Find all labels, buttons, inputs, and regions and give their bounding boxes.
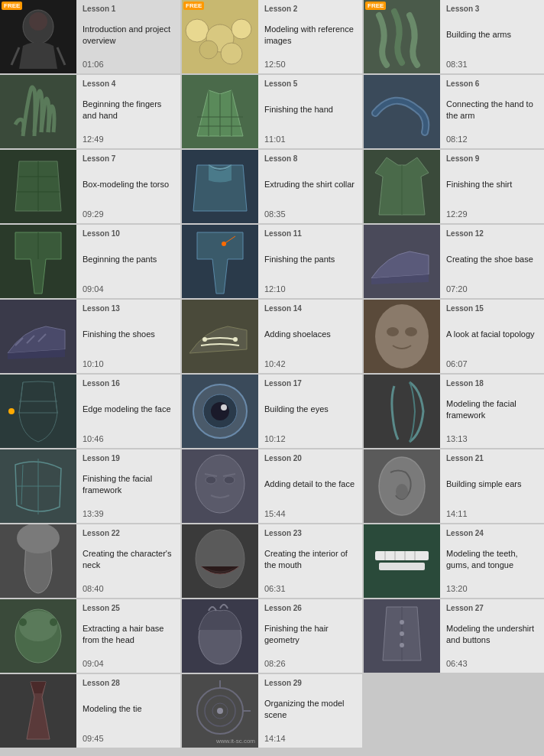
lesson-label-10: Lesson 10 [83, 229, 174, 238]
lesson-title-12: Creating the shoe base [446, 254, 538, 264]
lesson-card-17[interactable]: Lesson 17Building the eyes10:12 [182, 375, 362, 448]
svg-point-63 [396, 484, 408, 499]
lesson-info-23: Lesson 23Creating the interior of the mo… [258, 524, 362, 598]
lesson-card-2[interactable]: FREELesson 2Modeling with reference imag… [182, 0, 362, 73]
lesson-card-7[interactable]: Lesson 7Box-modeling the torso09:29 [0, 150, 180, 223]
lesson-card-6[interactable]: Lesson 6Connecting the hand to the arm08… [364, 75, 544, 148]
lesson-info-19: Lesson 19Finishing the facial framework1… [76, 449, 180, 523]
lesson-card-26[interactable]: Lesson 26Finishing the hair geometry08:2… [182, 599, 362, 673]
lesson-label-6: Lesson 6 [446, 79, 538, 88]
lesson-card-8[interactable]: Lesson 8Extruding the shirt collar08:35 [182, 150, 362, 223]
lesson-thumbnail-5 [182, 75, 258, 148]
lesson-card-3[interactable]: FREELesson 3Building the arms08:31 [364, 0, 544, 73]
lesson-label-25: Lesson 25 [83, 604, 174, 612]
lesson-card-12[interactable]: Lesson 12Creating the shoe base07:20 [364, 225, 544, 298]
lesson-card-16[interactable]: Lesson 16Edge modeling the face10:46 [0, 375, 180, 448]
lesson-duration-27: 06:43 [446, 659, 538, 668]
lesson-card-24[interactable]: Lesson 24Modeling the teeth, gums, and t… [364, 524, 544, 598]
lesson-card-27[interactable]: Lesson 27Modeling the undershirt and but… [364, 599, 544, 673]
lesson-label-9: Lesson 9 [446, 154, 538, 163]
svg-point-6 [186, 19, 209, 42]
lesson-info-11: Lesson 11Finishing the pants12:10 [258, 225, 362, 298]
lesson-title-2: Modeling with reference images [264, 24, 356, 46]
lesson-title-8: Extruding the shirt collar [264, 179, 356, 190]
lesson-duration-4: 12:49 [83, 135, 174, 144]
lesson-label-22: Lesson 22 [83, 529, 174, 537]
lesson-card-1[interactable]: FREELesson 1Introduction and project ove… [0, 0, 180, 73]
svg-point-47 [8, 408, 15, 414]
svg-point-85 [400, 631, 404, 636]
lesson-duration-1: 01:06 [83, 60, 174, 69]
lesson-title-14: Adding shoelaces [264, 329, 356, 339]
lesson-card-20[interactable]: Lesson 20Adding detail to the face15:44 [182, 449, 362, 523]
lesson-label-4: Lesson 4 [83, 79, 174, 88]
lesson-info-9: Lesson 9Finishing the shirt12:29 [440, 150, 544, 223]
lesson-thumbnail-24 [364, 524, 440, 598]
lesson-thumbnail-19 [0, 449, 76, 523]
lesson-duration-10: 09:04 [83, 284, 174, 294]
lesson-duration-14: 10:42 [264, 359, 356, 368]
lesson-label-20: Lesson 20 [264, 454, 356, 462]
lesson-card-11[interactable]: Lesson 11Finishing the pants12:10 [182, 225, 362, 298]
lesson-card-14[interactable]: Lesson 14Adding shoelaces10:42 [182, 300, 362, 373]
lesson-thumbnail-15 [364, 300, 440, 373]
lesson-info-21: Lesson 21Building simple ears14:11 [440, 449, 544, 523]
svg-point-8 [232, 19, 251, 39]
lesson-info-28: Lesson 28Modeling the tie09:45 [76, 674, 180, 748]
lesson-card-15[interactable]: Lesson 15A look at facial topology06:07 [364, 300, 544, 373]
lesson-duration-5: 11:01 [264, 135, 356, 144]
lesson-thumbnail-12 [364, 225, 440, 298]
lesson-card-10[interactable]: Lesson 10Beginning the pants09:04 [0, 225, 180, 298]
lesson-info-8: Lesson 8Extruding the shirt collar08:35 [258, 150, 362, 223]
svg-point-78 [19, 618, 27, 626]
lesson-duration-24: 13:20 [446, 584, 538, 593]
lesson-info-7: Lesson 7Box-modeling the torso09:29 [76, 150, 180, 223]
svg-rect-53 [364, 375, 440, 448]
lesson-label-19: Lesson 19 [83, 454, 174, 462]
lesson-card-22[interactable]: Lesson 22Creating the character's neck08… [0, 524, 180, 598]
lesson-card-4[interactable]: Lesson 4Beginning the fingers and hand12… [0, 75, 180, 148]
lesson-thumbnail-13 [0, 300, 76, 373]
lesson-title-22: Creating the character's neck [83, 548, 174, 570]
lesson-label-15: Lesson 15 [446, 304, 538, 313]
svg-point-52 [221, 404, 227, 410]
lesson-label-11: Lesson 11 [264, 229, 356, 238]
lesson-card-28[interactable]: Lesson 28Modeling the tie09:45 [0, 674, 180, 748]
lesson-label-23: Lesson 23 [264, 529, 356, 537]
lesson-title-5: Finishing the hand [264, 104, 356, 115]
lesson-info-3: Lesson 3Building the arms08:31 [440, 0, 544, 73]
svg-point-84 [400, 620, 404, 625]
lesson-label-21: Lesson 21 [446, 454, 538, 462]
svg-rect-74 [379, 563, 425, 570]
svg-point-79 [50, 618, 57, 626]
lesson-duration-6: 08:12 [446, 135, 538, 144]
svg-point-77 [19, 611, 57, 641]
lesson-title-23: Creating the interior of the mouth [264, 548, 356, 570]
lesson-title-20: Adding detail to the face [264, 479, 356, 489]
free-badge-2: FREE [183, 2, 204, 10]
svg-point-60 [224, 476, 235, 484]
lesson-card-5[interactable]: Lesson 5Finishing the hand11:01 [182, 75, 362, 148]
lesson-card-21[interactable]: Lesson 21Building simple ears14:11 [364, 449, 544, 523]
svg-point-58 [196, 455, 244, 513]
lesson-card-13[interactable]: Lesson 13Finishing the shoes10:10 [0, 300, 180, 373]
lesson-card-29[interactable]: www.it-sc.comLesson 29Organizing the mod… [182, 674, 362, 748]
lesson-card-9[interactable]: Lesson 9Finishing the shirt12:29 [364, 150, 544, 223]
lesson-duration-18: 13:13 [446, 434, 538, 443]
free-badge-3: FREE [365, 2, 386, 10]
svg-rect-68 [364, 524, 440, 598]
lesson-info-4: Lesson 4Beginning the fingers and hand12… [76, 75, 180, 148]
lesson-card-23[interactable]: Lesson 23Creating the interior of the mo… [182, 524, 362, 598]
lesson-info-12: Lesson 12Creating the shoe base07:20 [440, 225, 544, 298]
lesson-title-10: Beginning the pants [83, 254, 174, 264]
lesson-card-18[interactable]: Lesson 18Modeling the facial framework13… [364, 375, 544, 448]
lesson-duration-17: 10:12 [264, 434, 356, 443]
lesson-card-25[interactable]: Lesson 25Extracting a hair base from the… [0, 599, 180, 673]
lesson-thumbnail-21 [364, 449, 440, 523]
svg-point-36 [202, 337, 207, 342]
lesson-thumbnail-23 [182, 524, 258, 598]
lesson-card-19[interactable]: Lesson 19Finishing the facial framework1… [0, 449, 180, 523]
lesson-label-29: Lesson 29 [264, 679, 356, 687]
svg-point-37 [233, 337, 238, 342]
lesson-label-3: Lesson 3 [446, 5, 538, 13]
